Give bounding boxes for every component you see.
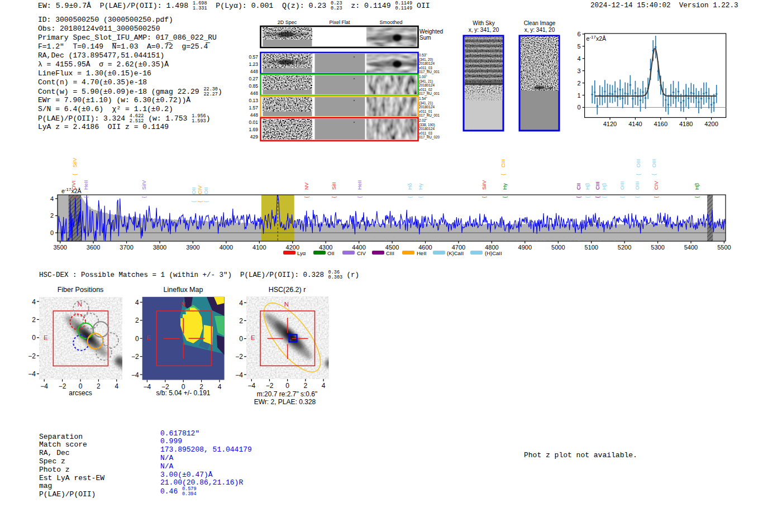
svg-text:{: { [407,196,413,198]
svg-text:{: { [304,196,309,198]
svg-text:{: { [595,196,600,198]
svg-text:e-17x2Å: e-17x2Å [586,35,607,42]
svg-text:{: { [602,196,607,198]
svg-text:SiIV: SiIV [481,180,487,190]
svg-text:2D Spec: 2D Spec [278,20,297,25]
svg-text:Hβ: Hβ [601,183,607,190]
svg-text:4160: 4160 [654,121,667,127]
svg-text:HeII: HeII [356,180,363,190]
svg-text:{: { [331,196,337,198]
svg-text:Hβ: Hβ [694,183,700,190]
svg-text:4: 4 [322,382,326,390]
svg-text:{: { [635,196,640,198]
svg-text:2: 2 [304,382,308,390]
svg-text:5400: 5400 [684,244,698,251]
svg-text:3600: 3600 [87,244,100,251]
svg-text:5500: 5500 [717,244,731,251]
svg-text:OII: OII [203,187,209,194]
svg-text:OII: OII [327,250,335,256]
svg-text:EWr: 2, PLAE: 0.328: EWr: 2, PLAE: 0.328 [254,398,316,406]
svg-text:2: 2 [50,212,54,219]
svg-text:5200: 5200 [618,244,631,251]
svg-text:NV: NV [303,182,309,190]
svg-text:2: 2 [32,316,36,324]
svg-text:Hγ: Hγ [502,183,508,190]
svg-text:{: { [141,196,147,198]
svg-text:−4: −4 [144,383,151,391]
svg-text:Hβ: Hβ [584,183,590,190]
svg-text:OIII: OIII [651,159,657,167]
svg-text:4000: 4000 [220,244,233,251]
svg-text:3900: 3900 [186,244,199,251]
svg-text:4: 4 [239,299,243,307]
svg-text:{: { [72,174,78,175]
svg-text:arcsecs: arcsecs [69,389,92,397]
svg-text:3500: 3500 [53,244,66,251]
svg-text:CIV: CIV [357,250,366,256]
svg-text:Hγ: Hγ [417,183,423,190]
svg-text:OII: OII [190,187,197,194]
svg-text:2: 2 [97,382,101,390]
svg-text:0: 0 [50,229,54,236]
svg-text:{: { [654,196,659,198]
svg-text:{: { [71,196,77,198]
svg-text:−2: −2 [235,353,243,361]
svg-text:(H)CaII: (H)CaII [485,250,502,256]
svg-text:N: N [284,301,289,308]
svg-text:4: 4 [218,383,222,391]
svg-text:{: { [636,174,641,175]
svg-text:{: { [502,196,508,198]
svg-text:SiIV: SiIV [141,180,147,190]
svg-text:4180: 4180 [679,121,693,127]
svg-text:E: E [146,334,151,341]
svg-text:OVI: OVI [70,181,77,190]
svg-text:{: { [619,196,625,198]
svg-text:−2: −2 [59,382,66,390]
svg-text:SiIV: SiIV [71,157,78,167]
svg-text:6: 6 [577,31,580,37]
svg-text:OIII: OIII [634,181,640,190]
svg-text:CIV: CIV [653,181,659,190]
svg-text:OIII: OIII [635,159,641,167]
svg-text:2: 2 [577,80,580,87]
svg-text:3800: 3800 [153,244,166,251]
svg-text:0: 0 [577,104,580,111]
svg-text:s/b: 5.04 +/- 0.191: s/b: 5.04 +/- 0.191 [156,389,210,397]
svg-text:CIII: CIII [500,159,506,167]
svg-text:2: 2 [239,317,243,325]
svg-text:Lyα: Lyα [297,250,306,256]
svg-text:{: { [83,196,89,198]
svg-text:4900: 4900 [518,244,532,251]
svg-text:{: { [191,200,197,202]
svg-text:Pixel Flat: Pixel Flat [329,20,350,25]
svg-text:CIII: CIII [386,250,394,256]
svg-text:CIII: CIII [594,181,600,190]
svg-text:3700: 3700 [120,244,133,251]
svg-text:N: N [181,301,185,308]
svg-text:−2: −2 [266,382,274,390]
svg-text:4200: 4200 [704,121,718,127]
svg-text:{: { [576,196,581,198]
svg-text:{: { [694,196,700,198]
svg-text:−4: −4 [131,371,139,379]
svg-text:E: E [251,334,255,341]
svg-text:5100: 5100 [584,244,598,251]
svg-text:−4: −4 [28,370,36,378]
svg-text:0: 0 [285,382,289,390]
svg-text:SiII: SiII [331,182,337,190]
svg-text:Hδ: Hδ [407,183,413,190]
svg-text:{: { [197,200,203,202]
svg-text:4: 4 [115,382,118,390]
svg-text:{: { [500,174,506,175]
svg-text:{: { [203,200,209,202]
svg-text:4: 4 [50,195,54,202]
svg-text:5300: 5300 [651,244,664,251]
svg-text:HeII: HeII [83,180,89,190]
svg-text:4120: 4120 [603,121,617,127]
svg-text:5: 5 [577,43,580,50]
svg-text:2: 2 [135,317,139,324]
svg-text:0: 0 [135,335,139,343]
svg-text:(K)CaII: (K)CaII [447,250,464,256]
svg-text:CII: CII [575,183,581,190]
svg-text:{: { [651,174,657,175]
